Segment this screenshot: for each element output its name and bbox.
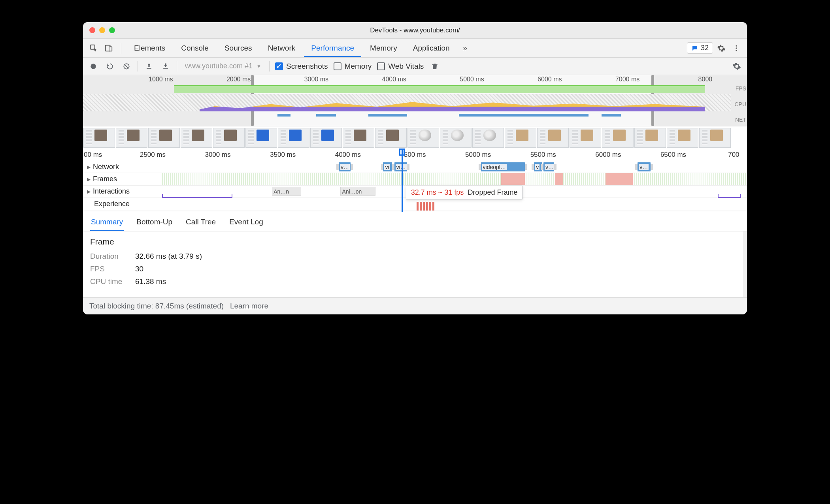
tab-application[interactable]: Application [406, 39, 457, 57]
network-request[interactable]: v… [543, 162, 554, 171]
footer-bar: Total blocking time: 87.45ms (estimated)… [83, 297, 747, 314]
filmstrip-thumb[interactable] [181, 128, 212, 148]
svg-point-5 [736, 50, 737, 51]
svg-point-6 [91, 64, 96, 69]
svg-rect-2 [109, 47, 112, 51]
tab-memory[interactable]: Memory [363, 39, 404, 57]
fps-track [83, 85, 731, 93]
network-request[interactable]: vi [383, 162, 392, 171]
lane-network[interactable]: ▶Network v…vivi…videopl…vv…v… [83, 161, 747, 173]
traffic-lights [89, 27, 115, 33]
filmstrip-thumb[interactable] [245, 128, 277, 148]
filmstrip-thumb[interactable] [440, 128, 472, 148]
network-request[interactable]: v… [339, 162, 351, 171]
capture-settings-gear-icon[interactable] [731, 61, 742, 72]
devtools-window: DevTools - www.youtube.com/ Elements Con… [83, 22, 747, 314]
checkbox-unchecked-icon [334, 62, 341, 70]
checkbox-checked-icon: ✓ [275, 62, 283, 70]
filmstrip-thumb[interactable] [667, 128, 698, 148]
profile-select[interactable]: www.youtube.com #1 ▼ [183, 62, 264, 70]
network-request[interactable]: vi… [394, 162, 407, 171]
more-tabs-icon[interactable]: » [458, 41, 472, 55]
chevron-down-icon: ▼ [257, 64, 261, 69]
panel-tab-calltree[interactable]: Call Tree [185, 214, 217, 231]
svg-point-3 [736, 45, 737, 46]
interaction-segment[interactable]: Ani…on [340, 187, 375, 196]
cpu-track [83, 94, 731, 111]
panel-tab-bottomup[interactable]: Bottom-Up [136, 214, 173, 231]
close-window-icon[interactable] [89, 27, 95, 33]
filmstrip-thumb[interactable] [83, 128, 115, 148]
titlebar: DevTools - www.youtube.com/ [83, 22, 747, 39]
devtools-tabstrip: Elements Console Sources Network Perform… [83, 39, 747, 58]
issues-badge[interactable]: 32 [687, 42, 713, 54]
reload-record-icon[interactable] [104, 61, 115, 72]
net-track [83, 113, 731, 117]
download-profile-icon[interactable] [160, 61, 171, 72]
filmstrip-thumb[interactable] [375, 128, 407, 148]
filmstrip-thumb[interactable] [634, 128, 666, 148]
inspect-icon[interactable] [87, 41, 100, 55]
filmstrip-thumb[interactable] [116, 128, 147, 148]
issues-count: 32 [701, 44, 709, 52]
filmstrip-thumb[interactable] [278, 128, 309, 148]
tab-console[interactable]: Console [174, 39, 216, 57]
checkbox-unchecked-icon [377, 62, 385, 70]
record-icon[interactable] [88, 61, 99, 72]
lane-frames[interactable]: ▶Frames 32.7 ms ~ 31 fpsDropped Frame [83, 173, 747, 186]
filmstrip[interactable] [83, 126, 747, 149]
filmstrip-thumb[interactable] [602, 128, 634, 148]
settings-gear-icon[interactable] [715, 41, 728, 55]
filmstrip-thumb[interactable] [310, 128, 342, 148]
panel-tabstrip: Summary Bottom-Up Call Tree Event Log [83, 211, 747, 231]
screenshots-checkbox[interactable]: ✓ Screenshots [275, 62, 328, 71]
tab-network[interactable]: Network [261, 39, 303, 57]
svg-point-4 [736, 47, 737, 49]
frames-strip [162, 173, 747, 185]
network-request[interactable]: v… [638, 162, 651, 171]
disclosure-triangle-icon[interactable]: ▶ [87, 189, 91, 194]
webvitals-checkbox[interactable]: Web Vitals [377, 62, 424, 71]
scrollbar[interactable] [743, 231, 747, 297]
trash-icon[interactable] [429, 61, 440, 72]
disclosure-triangle-icon[interactable]: ▶ [87, 177, 91, 182]
filmstrip-thumb[interactable] [537, 128, 569, 148]
zoom-window-icon[interactable] [109, 27, 115, 33]
overview-track-labels: FPS CPU NET [730, 84, 746, 126]
filmstrip-thumb[interactable] [213, 128, 245, 148]
filmstrip-thumb[interactable] [570, 128, 601, 148]
detail-ruler: 00 ms 2500 ms 3000 ms 3500 ms 4000 ms 45… [83, 149, 747, 161]
interaction-segment[interactable]: An…n [272, 187, 301, 196]
filmstrip-thumb[interactable] [407, 128, 439, 148]
upload-profile-icon[interactable] [143, 61, 155, 72]
filmstrip-thumb[interactable] [343, 128, 374, 148]
clear-icon[interactable] [121, 61, 132, 72]
memory-checkbox[interactable]: Memory [334, 62, 372, 71]
minimize-window-icon[interactable] [99, 27, 105, 33]
svg-rect-9 [163, 68, 168, 69]
summary-body: Frame Duration32.66 ms (at 3.79 s) FPS30… [83, 231, 743, 297]
lane-interactions[interactable]: ▶Interactions An…nAni…on [83, 186, 747, 197]
details-panel: Summary Bottom-Up Call Tree Event Log Fr… [83, 211, 747, 297]
kebab-menu-icon[interactable] [730, 41, 743, 55]
detail-timeline[interactable]: 00 ms 2500 ms 3000 ms 3500 ms 4000 ms 45… [83, 149, 747, 211]
network-request[interactable]: videopl… [481, 162, 525, 171]
tab-performance[interactable]: Performance [304, 39, 361, 57]
tab-sources[interactable]: Sources [217, 39, 259, 57]
disclosure-triangle-icon[interactable]: ▶ [87, 164, 91, 170]
panel-tab-eventlog[interactable]: Event Log [228, 214, 264, 231]
filmstrip-thumb[interactable] [472, 128, 504, 148]
svg-rect-8 [147, 68, 151, 69]
performance-toolbar: www.youtube.com #1 ▼ ✓ Screenshots Memor… [83, 58, 747, 75]
window-title: DevTools - www.youtube.com/ [83, 26, 747, 34]
filmstrip-thumb[interactable] [148, 128, 180, 148]
filmstrip-thumb[interactable] [505, 128, 536, 148]
device-toggle-icon[interactable] [102, 41, 115, 55]
filmstrip-thumb[interactable] [699, 128, 731, 148]
learn-more-link[interactable]: Learn more [230, 302, 268, 310]
panel-tab-summary[interactable]: Summary [90, 214, 124, 231]
lane-experience[interactable]: Experience [83, 197, 747, 211]
overview-timeline[interactable]: 1000 ms 2000 ms 3000 ms 4000 ms 5000 ms … [83, 75, 747, 126]
summary-heading: Frame [90, 237, 736, 246]
tab-elements[interactable]: Elements [127, 39, 172, 57]
